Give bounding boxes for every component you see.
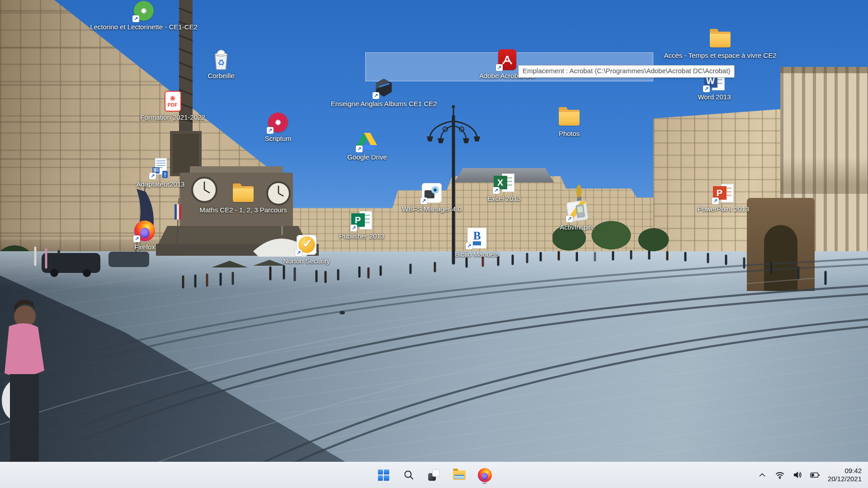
taskbar-center-group — [374, 465, 494, 484]
taskbar-firefox-button[interactable] — [475, 465, 494, 484]
folder-icon — [558, 107, 580, 128]
desktop-icon-firefox[interactable]: Firefox — [81, 220, 208, 251]
desktop-icon-gdrive[interactable]: Google Drive — [304, 130, 430, 161]
desktop-icon-label: Enseigne Anglais Albums CE1 CE2 — [330, 100, 437, 108]
desktop-icon-label: Maths CE2 - 1, 2, 3 Parcours — [199, 206, 287, 214]
shortcut-arrow-icon — [373, 92, 379, 99]
acrobat-icon — [496, 49, 518, 70]
document-icon: ! — [150, 157, 171, 179]
desktop-icon-label: Accès - Temps et espace à vivre CE2 — [664, 52, 777, 59]
clock-time: 09:42 — [828, 467, 862, 475]
desktop-icon-label: Lectorino et Lectorinette - CE1-CE2 — [90, 23, 198, 31]
taskbar: 09:42 20/12/2021 — [0, 462, 868, 488]
powerpoint-icon: P — [712, 182, 734, 204]
shortcut-arrow-icon — [703, 85, 710, 92]
google-drive-icon — [356, 130, 378, 152]
system-tray: 09:42 20/12/2021 — [757, 467, 868, 483]
shortcut-arrow-icon — [566, 216, 573, 222]
folder-icon — [232, 183, 254, 205]
norton-icon — [296, 234, 317, 256]
lectorino-cd-icon — [133, 0, 155, 22]
firefox-icon — [134, 220, 156, 242]
running-indicator — [483, 483, 487, 484]
wbfs-icon — [421, 182, 443, 204]
desktop-icon-label: Word 2013 — [698, 93, 731, 101]
desktop-icon-acces[interactable]: Accès - Temps et espace à vivre CE2 — [657, 28, 783, 59]
scriptum-cd-icon — [267, 112, 289, 133]
taskbar-start-button[interactable] — [374, 465, 393, 484]
desktop-icon-norton[interactable]: Norton Security — [243, 234, 370, 265]
shortcut-arrow-icon — [420, 197, 427, 204]
desktop-icon-label: Norton Security — [283, 257, 330, 265]
taskbar-search-button[interactable] — [399, 465, 418, 484]
desktop-icon-activinspire[interactable]: ActivInspire — [514, 200, 641, 231]
desktop-icon-label: Formation 2021-2022 — [140, 113, 205, 121]
shortcut-arrow-icon — [149, 173, 156, 179]
shortcut-arrow-icon — [466, 243, 472, 249]
shortcut-arrow-icon — [295, 249, 302, 256]
desktop-icon-maths[interactable]: Maths CE2 - 1, 2, 3 Parcours — [180, 183, 307, 214]
desktop-icon-lectorino[interactable]: Lectorino et Lectorinette - CE1-CE2 — [80, 0, 207, 31]
excel-icon: X — [493, 172, 515, 193]
file-explorer-icon — [453, 470, 466, 480]
desktop-icon-biblio[interactable]: B Biblio Manuels — [414, 227, 540, 258]
shortcut-arrow-icon — [133, 235, 140, 242]
task-view-icon — [428, 469, 440, 481]
tray-clock[interactable]: 09:42 20/12/2021 — [828, 467, 862, 483]
tray-wifi-icon[interactable] — [775, 470, 785, 480]
tray-battery-icon[interactable] — [810, 470, 820, 480]
shortcut-arrow-icon — [132, 15, 139, 22]
desktop-icon-label: Firefox — [134, 243, 155, 251]
desktop-icon-enseigne[interactable]: Enseigne Anglais Albums CE1 CE2 — [321, 77, 447, 108]
taskbar-file-explorer-button[interactable] — [450, 465, 469, 484]
desktop-icon-label: Google Drive — [347, 153, 387, 161]
desktop-icon-photos[interactable]: Photos — [506, 107, 632, 137]
shortcut-arrow-icon — [496, 64, 503, 71]
cube-icon — [373, 77, 395, 99]
recycle-bin-icon: ♻ — [210, 49, 232, 70]
desktop: Lectorino et Lectorinette - CE1-CE2 ♻ Co… — [0, 0, 868, 488]
windows-logo-icon — [378, 469, 389, 481]
biblio-icon: B — [466, 227, 488, 249]
shortcut-arrow-icon — [350, 225, 357, 231]
pdf-icon: ❋PDF — [162, 90, 184, 112]
desktop-icon-label: Scriptum — [264, 135, 291, 142]
desktop-icon-label: Adaptateur2013 — [137, 180, 185, 188]
folder-icon — [709, 28, 731, 50]
firefox-icon — [478, 468, 492, 482]
search-icon — [403, 469, 414, 480]
desktop-icon-label: Photos — [559, 130, 580, 137]
shortcut-arrow-icon — [267, 127, 274, 134]
clock-date: 20/12/2021 — [828, 475, 862, 483]
tray-volume-icon[interactable] — [793, 470, 802, 480]
shortcut-arrow-icon — [356, 145, 363, 152]
publisher-icon: P — [351, 209, 373, 231]
svg-text:!: ! — [164, 172, 166, 178]
desktop-icon-powerpoint[interactable]: P PowerPoint 2013 — [660, 182, 787, 213]
tray-chevron-up-icon[interactable] — [757, 470, 767, 480]
tooltip: Emplacement : Acrobat (C:\Programmes\Ado… — [518, 65, 735, 78]
taskbar-task-view-button[interactable] — [425, 465, 443, 484]
desktop-icon-corbeille[interactable]: ♻ Corbeille — [158, 49, 284, 80]
desktop-icon-label: ActivInspire — [560, 223, 595, 231]
desktop-icon-label: Corbeille — [208, 72, 234, 80]
desktop-icon-wbfs[interactable]: WBFS Manager 4.0 — [368, 182, 495, 213]
desktop-icon-label: PowerPoint 2013 — [698, 205, 749, 213]
activinspire-icon — [566, 200, 588, 222]
desktop-icon-label: Biblio Manuels — [455, 250, 499, 258]
svg-text:♻: ♻ — [217, 58, 225, 67]
shortcut-arrow-icon — [712, 197, 719, 204]
